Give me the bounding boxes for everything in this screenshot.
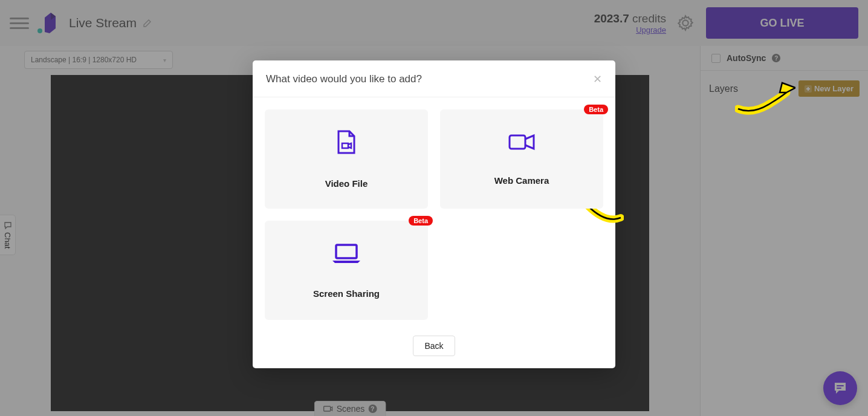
modal-cards: Video File Beta Web Camera Beta Screen S… — [253, 97, 615, 332]
svg-rect-5 — [336, 245, 357, 258]
laptop-icon — [331, 242, 361, 264]
file-video-icon — [336, 130, 357, 154]
beta-badge: Beta — [409, 216, 433, 226]
screen-sharing-card[interactable]: Beta Screen Sharing — [265, 221, 428, 320]
svg-rect-3 — [342, 143, 348, 148]
modal-title: What video would you like to add? — [266, 73, 422, 85]
camera-icon — [508, 133, 535, 151]
add-video-modal: What video would you like to add? ✕ Vide… — [253, 60, 615, 368]
close-icon[interactable]: ✕ — [593, 73, 602, 86]
video-file-card[interactable]: Video File — [265, 109, 428, 209]
svg-rect-4 — [510, 135, 525, 149]
web-camera-card[interactable]: Beta Web Camera — [440, 109, 603, 209]
card-label: Screen Sharing — [313, 288, 380, 299]
modal-overlay: What video would you like to add? ✕ Vide… — [0, 0, 868, 416]
card-label: Video File — [325, 178, 368, 189]
card-label: Web Camera — [494, 175, 549, 186]
beta-badge: Beta — [584, 105, 608, 114]
modal-header: What video would you like to add? ✕ — [253, 60, 615, 97]
arrow-annotation — [735, 82, 795, 118]
back-button[interactable]: Back — [413, 336, 455, 356]
